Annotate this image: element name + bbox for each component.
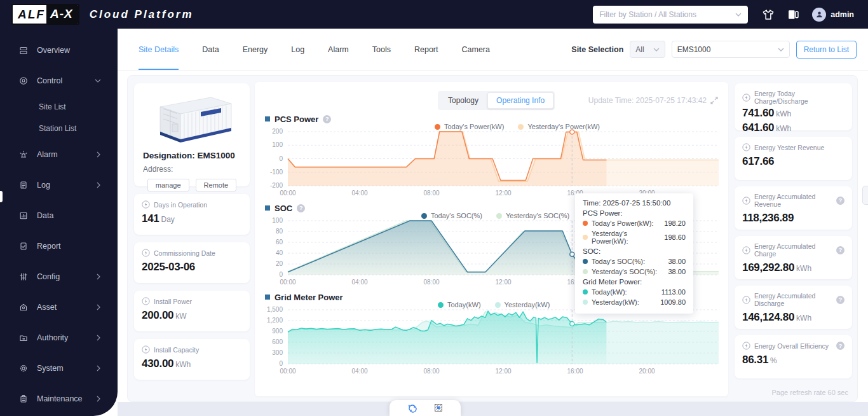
chart-title: PCS Power	[275, 114, 318, 124]
stat-value: 118,236.89	[742, 212, 844, 225]
tooltip-series-value: 1009.80	[660, 298, 686, 306]
user-menu[interactable]: admin	[812, 8, 854, 22]
chevron-right-icon	[96, 365, 101, 371]
sidebar-item-station-list[interactable]: Station List	[0, 118, 118, 139]
station-filter-select[interactable]: Filter by Station / All Stations	[593, 6, 748, 24]
legend-label: Today's Power(kW)	[444, 123, 504, 130]
refresh-sync-icon[interactable]	[407, 403, 417, 413]
series-dot	[583, 221, 588, 226]
svg-text:100: 100	[272, 141, 283, 148]
svg-text:08:00: 08:00	[423, 190, 439, 197]
tooltip-row: Today's Power(kW):198.20	[583, 219, 686, 227]
toggle-topology[interactable]: Topology	[439, 92, 487, 109]
manage-button[interactable]: manage	[147, 179, 189, 191]
tooltip-series-label: Yesterday(kW):	[592, 298, 660, 306]
stat-card-commissioning-date: Commissioning Date2025-03-06	[134, 242, 250, 283]
stat-unit: Day	[161, 215, 174, 224]
chart-plot-grid[interactable]: 1,5001,200900600300000:0004:0008:0012:00…	[255, 305, 728, 380]
stat-label: Install Power	[154, 298, 192, 305]
toggle-operating-info[interactable]: Operating Info	[487, 92, 553, 109]
sidebar-collapse-handle[interactable]	[0, 191, 3, 202]
site-select[interactable]: EMS1000	[672, 41, 790, 58]
document-panel-icon[interactable]	[787, 9, 799, 20]
chart-plot-pcs[interactable]: 2001000-100-20000:0004:0008:0012:0016:00…	[255, 127, 728, 202]
help-icon[interactable]: ?	[297, 204, 305, 212]
tab-camera[interactable]: Camera	[461, 29, 489, 70]
sidebar-item-asset[interactable]: Asset	[0, 292, 118, 322]
sidebar-item-site-list[interactable]: Site List	[0, 96, 118, 118]
tab-log[interactable]: Log	[291, 29, 304, 70]
expand-icon[interactable]	[710, 97, 718, 104]
tooltip-row: Today's SOC(%):38.00	[583, 258, 686, 265]
legend-item[interactable]: Today's Power(kW)	[435, 123, 504, 130]
sidebar-item-system[interactable]: System	[0, 353, 118, 384]
sidebar-item-label: Station List	[39, 124, 101, 133]
theme-skin-icon[interactable]	[762, 9, 775, 20]
chart-tooltip: Time: 2025-07-25 15:50:00 PCS Power:Toda…	[575, 193, 693, 314]
legend-dot	[435, 124, 440, 130]
user-avatar-icon	[812, 8, 826, 22]
stat-unit: kWh	[796, 264, 811, 273]
sidebar-item-authority[interactable]: Authority	[0, 322, 118, 353]
logo-text-ax: A-X	[46, 4, 78, 25]
tab-bar: Site DetailsDataEnergyLogAlarmToolsRepor…	[118, 29, 868, 71]
sidebar-item-data[interactable]: Data	[0, 200, 118, 231]
help-icon[interactable]: ?	[836, 342, 844, 350]
power-circle-icon	[142, 200, 150, 209]
sidebar-item-alarm[interactable]: Alarm	[0, 139, 118, 170]
sidebar-item-report[interactable]: Report	[0, 231, 118, 261]
power-circle-icon	[142, 297, 150, 305]
legend-item[interactable]: Yesterday's Power(kW)	[518, 123, 600, 130]
stat-card-energy-yester-revenue: Energy Yester Revenue617.66	[735, 137, 852, 180]
series-dot	[583, 289, 588, 295]
top-header: ALFA-X Cloud Platform Filter by Station …	[0, 0, 868, 29]
stat-value: 86.31%	[742, 354, 844, 366]
stat-card-energy-accumulated-charge: Energy Accumulated Charge?169,292.80kWh	[735, 236, 852, 279]
legend-item[interactable]: Today(kW)	[438, 301, 481, 309]
stat-label: Days in Operation	[154, 201, 207, 209]
panel-expand-handle[interactable]	[862, 186, 868, 205]
series-dot	[583, 259, 588, 264]
sidebar-item-config[interactable]: Config	[0, 261, 118, 292]
help-icon[interactable]: ?	[836, 296, 844, 304]
tab-site-details[interactable]: Site Details	[139, 29, 179, 70]
region-select[interactable]: All	[630, 41, 665, 58]
tooltip-series-label: Today's Power(kW):	[592, 219, 664, 227]
svg-text:00:00: 00:00	[280, 279, 295, 286]
tab-report[interactable]: Report	[414, 29, 438, 70]
power-circle-icon	[742, 296, 750, 304]
tooltip-row: Yesterday's Power(kW):198.60	[583, 230, 686, 245]
sidebar-item-overview[interactable]: Overview	[0, 35, 118, 66]
legend-item[interactable]: Today's SOC(%)	[421, 212, 482, 219]
authority-icon	[19, 333, 29, 343]
tooltip-series-value: 38.00	[668, 268, 686, 275]
tab-tools[interactable]: Tools	[372, 29, 391, 70]
sidebar-item-log[interactable]: Log	[0, 170, 118, 200]
return-to-list-button[interactable]: Return to List	[796, 41, 857, 59]
help-icon[interactable]: ?	[836, 197, 844, 205]
tab-energy[interactable]: Energy	[243, 29, 268, 70]
chevron-down-icon	[653, 48, 660, 52]
sidebar-item-maintenance[interactable]: Maintenance	[0, 384, 118, 414]
series-dot	[583, 300, 588, 305]
legend-item[interactable]: Yesterday's SOC(%)	[496, 212, 569, 219]
help-icon[interactable]: ?	[836, 246, 844, 254]
sidebar-nav: OverviewControlSite ListStation ListAlar…	[0, 29, 118, 416]
tooltip-series-label: Today's SOC(%):	[592, 258, 668, 265]
stat-card-install-power: Install Power200.00kW	[134, 291, 250, 331]
tab-data[interactable]: Data	[202, 29, 219, 70]
tooltip-row: Yesterday(kW):1009.80	[583, 298, 686, 306]
legend-item[interactable]: Yesterday(kW)	[495, 301, 550, 309]
chart-legend: Today's SOC(%)Yesterday's SOC(%)	[421, 212, 569, 219]
legend-label: Today's SOC(%)	[431, 212, 482, 219]
pattern-tool-icon[interactable]	[434, 403, 444, 413]
help-icon[interactable]: ?	[323, 115, 331, 123]
sidebar-item-label: Site List	[39, 102, 101, 111]
tab-alarm[interactable]: Alarm	[328, 29, 349, 70]
svg-text:20:00: 20:00	[639, 368, 654, 375]
chart-bullet-icon	[265, 205, 270, 211]
remote-button[interactable]: Remote	[196, 179, 237, 191]
tooltip-series-label: Yesterday's SOC(%):	[592, 268, 668, 275]
sidebar-item-control[interactable]: Control	[0, 66, 118, 96]
svg-text:600: 600	[272, 338, 283, 345]
